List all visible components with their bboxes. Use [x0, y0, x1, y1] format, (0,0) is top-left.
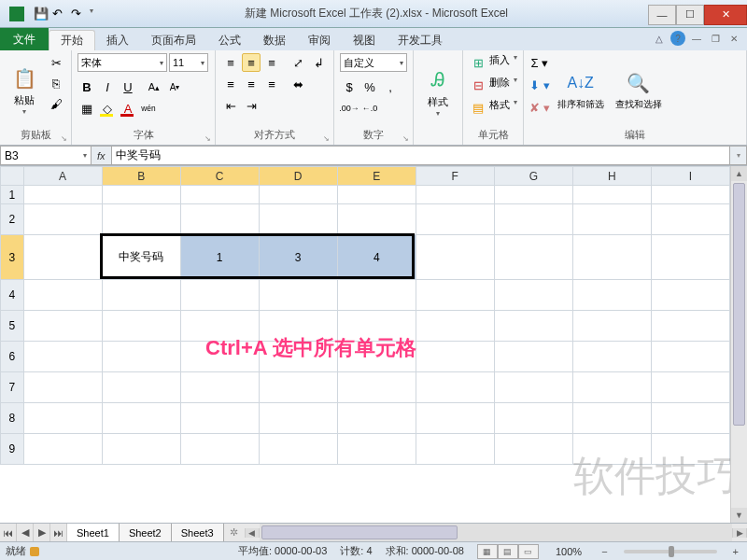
increase-indent-icon[interactable]: ⇥	[242, 96, 261, 115]
sort-filter-button[interactable]: A↓Z 排序和筛选	[554, 53, 608, 126]
cell[interactable]	[494, 311, 572, 342]
increase-decimal-icon[interactable]: .00→	[340, 99, 359, 118]
cell[interactable]	[23, 186, 102, 204]
cell[interactable]	[259, 372, 337, 403]
paste-button[interactable]: 📋 粘贴 ▾	[6, 53, 43, 126]
tab-layout[interactable]: 页面布局	[140, 30, 207, 50]
cell[interactable]	[651, 280, 729, 311]
tab-view[interactable]: 视图	[342, 30, 387, 50]
column-header[interactable]: D	[259, 167, 337, 186]
merge-cells-icon[interactable]: ⬌	[289, 75, 307, 93]
column-header[interactable]: C	[180, 167, 259, 186]
zoom-out-button[interactable]: −	[599, 546, 610, 557]
cell[interactable]	[494, 280, 572, 311]
cell[interactable]: 3	[259, 235, 337, 280]
cell[interactable]: 中奖号码	[102, 235, 180, 280]
increase-font-icon[interactable]: A▴	[145, 77, 163, 96]
column-header[interactable]: I	[651, 167, 729, 186]
decrease-font-icon[interactable]: A▾	[165, 77, 184, 96]
view-normal-icon[interactable]: ▦	[477, 544, 498, 559]
scroll-thumb[interactable]	[733, 183, 745, 426]
cell[interactable]	[259, 403, 337, 434]
column-header[interactable]: A	[23, 167, 102, 186]
font-name-select[interactable]: 宋体▾	[78, 53, 167, 72]
cell[interactable]	[416, 186, 494, 204]
decrease-indent-icon[interactable]: ⇤	[221, 96, 240, 115]
cell[interactable]	[259, 204, 337, 235]
cell[interactable]	[651, 235, 729, 280]
zoom-in-button[interactable]: +	[730, 546, 741, 557]
formula-input[interactable]: 中奖号码	[112, 146, 730, 165]
tab-nav-first-icon[interactable]: ⏮	[0, 524, 17, 541]
cell[interactable]	[259, 186, 337, 204]
view-page-break-icon[interactable]: ▭	[518, 544, 539, 559]
cell[interactable]: 4	[337, 235, 416, 280]
format-cells-button[interactable]: ▤格式▾	[469, 98, 517, 117]
column-header[interactable]: H	[572, 167, 651, 186]
phonetic-icon[interactable]: wén	[139, 99, 158, 118]
bold-button[interactable]: B	[78, 77, 96, 96]
row-header[interactable]: 1	[1, 186, 24, 204]
row-header[interactable]: 6	[1, 342, 24, 372]
cell[interactable]	[572, 280, 651, 311]
zoom-handle[interactable]	[669, 546, 674, 557]
orientation-icon[interactable]: ⤢	[289, 53, 307, 72]
cell[interactable]	[180, 434, 259, 465]
redo-icon[interactable]: ↷	[71, 7, 86, 21]
undo-icon[interactable]: ↶	[52, 7, 67, 21]
doc-restore-icon[interactable]: ❐	[708, 31, 723, 46]
expand-formula-icon[interactable]: ▾	[730, 146, 747, 165]
sheet-tab[interactable]: Sheet1	[67, 524, 120, 541]
view-page-layout-icon[interactable]: ▤	[498, 544, 518, 559]
cell[interactable]	[416, 204, 494, 235]
cell[interactable]	[23, 280, 102, 311]
align-top-icon[interactable]: ≡	[221, 53, 240, 72]
cell[interactable]	[259, 434, 337, 465]
styles-button[interactable]: Ꭿ 样式 ▾	[419, 53, 457, 129]
insert-cells-button[interactable]: ⊞插入▾	[469, 53, 517, 72]
vertical-scrollbar[interactable]: ▲ ▼	[730, 166, 747, 523]
clear-icon[interactable]: ✘ ▾	[529, 98, 550, 117]
cell[interactable]	[180, 342, 259, 372]
cell[interactable]	[23, 311, 102, 342]
cell[interactable]	[494, 342, 572, 372]
cell[interactable]	[180, 280, 259, 311]
save-icon[interactable]: 💾	[34, 7, 49, 21]
column-header[interactable]: E	[337, 167, 416, 186]
horizontal-scrollbar[interactable]: ◀ ▶	[245, 524, 747, 541]
cut-icon[interactable]: ✂	[47, 53, 65, 72]
delete-cells-button[interactable]: ⊟删除▾	[469, 76, 517, 94]
cell[interactable]	[572, 311, 651, 342]
tab-nav-next-icon[interactable]: ▶	[34, 524, 50, 541]
fill-color-icon[interactable]: ◇	[98, 99, 117, 118]
cell[interactable]	[180, 186, 259, 204]
sheet-table[interactable]: ABCDEFGHI123中奖号码134456789	[0, 166, 730, 465]
cell[interactable]	[494, 372, 572, 403]
cell[interactable]	[337, 186, 416, 204]
font-size-select[interactable]: 11▾	[169, 53, 208, 72]
cell[interactable]	[23, 403, 102, 434]
column-header[interactable]: F	[416, 167, 494, 186]
tab-home[interactable]: 开始	[49, 30, 95, 50]
row-header[interactable]: 4	[1, 280, 24, 311]
number-format-select[interactable]: 自定义▾	[340, 53, 407, 72]
zoom-percent[interactable]: 100%	[556, 546, 582, 557]
row-header[interactable]: 7	[1, 372, 24, 403]
cell[interactable]	[572, 204, 651, 235]
launcher-icon[interactable]: ↘	[204, 134, 211, 143]
tab-nav-prev-icon[interactable]: ◀	[17, 524, 34, 541]
column-header[interactable]: G	[494, 167, 572, 186]
cell[interactable]	[572, 372, 651, 403]
cell[interactable]	[23, 434, 102, 465]
ribbon-minimize-icon[interactable]: △	[652, 31, 667, 46]
cell[interactable]	[337, 280, 416, 311]
cell[interactable]	[494, 403, 572, 434]
cell[interactable]	[102, 204, 180, 235]
tab-data[interactable]: 数据	[252, 30, 297, 50]
decrease-decimal-icon[interactable]: ←.0	[360, 99, 379, 118]
cell[interactable]	[180, 311, 259, 342]
cell[interactable]	[572, 342, 651, 372]
cell[interactable]	[651, 186, 729, 204]
cell[interactable]	[102, 311, 180, 342]
cell[interactable]	[651, 204, 729, 235]
